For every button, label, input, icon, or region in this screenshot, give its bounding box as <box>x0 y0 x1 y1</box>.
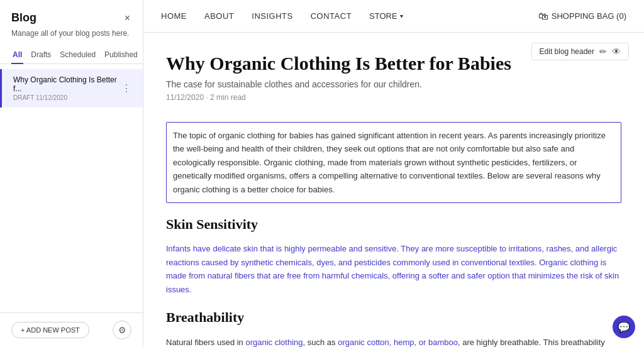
sidebar: Blog × Manage all of your blog posts her… <box>0 0 143 347</box>
sidebar-header: Blog × <box>0 0 143 29</box>
gear-icon: ⚙ <box>118 325 126 335</box>
settings-button[interactable]: ⚙ <box>113 321 131 339</box>
tab-published[interactable]: Published <box>103 47 139 64</box>
post-title: Why Organic Clothing Is Better f... <box>13 75 121 93</box>
nav-contact[interactable]: CONTACT <box>311 11 352 21</box>
chevron-down-icon: ▾ <box>400 13 403 19</box>
tab-scheduled[interactable]: Scheduled <box>58 47 97 64</box>
add-new-post-button[interactable]: + ADD NEW POST <box>11 322 89 338</box>
post-list: Why Organic Clothing Is Better f... DRAF… <box>0 64 143 312</box>
post-meta: DRAFT 11/12/2020 <box>13 94 121 101</box>
blog-body: The topic of organic clothing for babies… <box>166 122 621 347</box>
tab-all[interactable]: All <box>11 47 23 64</box>
post-menu-icon[interactable]: ⋮ <box>121 82 131 94</box>
edit-header-label: Edit blog header <box>540 47 594 56</box>
nav-store[interactable]: STORE ▾ <box>369 11 403 21</box>
breathability-paragraph: Natural fibers used in organic clothing,… <box>166 336 621 347</box>
sidebar-tabs: All Drafts Scheduled Published <box>0 47 143 64</box>
breathability-heading: Breathability <box>166 306 621 329</box>
nav-links: HOME ABOUT INSIGHTS CONTACT STORE ▾ <box>161 11 403 21</box>
skin-sensitivity-paragraph: Infants have delicate skin that is highl… <box>166 242 621 296</box>
main-content: HOME ABOUT INSIGHTS CONTACT STORE ▾ 🛍 SH… <box>143 0 644 347</box>
skin-sensitivity-heading: Skin Sensitivity <box>166 213 621 236</box>
chat-bubble-button[interactable]: 💬 <box>613 316 635 338</box>
intro-paragraph: The topic of organic clothing for babies… <box>166 122 621 203</box>
nav-right: 🛍 SHOPPING BAG (0) <box>538 11 626 22</box>
sidebar-title: Blog <box>11 11 36 25</box>
nav-home[interactable]: HOME <box>161 11 187 21</box>
breathability-text: Natural fibers used in organic clothing,… <box>166 336 621 347</box>
eye-icon[interactable]: 👁 <box>612 47 621 57</box>
intro-text: The topic of organic clothing for babies… <box>173 129 614 196</box>
cart-button[interactable]: 🛍 SHOPPING BAG (0) <box>538 11 626 22</box>
close-button[interactable]: × <box>123 11 131 25</box>
blog-subtitle: The case for sustainable clothes and acc… <box>166 79 621 89</box>
link-infants: Infants have delicate skin that is highl… <box>166 244 619 294</box>
sidebar-footer: + ADD NEW POST ⚙ <box>0 312 143 347</box>
edit-header-bar: Edit blog header ✏ 👁 <box>531 43 629 60</box>
chat-icon: 💬 <box>618 321 630 333</box>
blog-content: Edit blog header ✏ 👁 Why Organic Clothin… <box>143 33 644 347</box>
nav-insights[interactable]: INSIGHTS <box>252 11 292 21</box>
cart-label: SHOPPING BAG (0) <box>552 11 626 21</box>
list-item[interactable]: Why Organic Clothing Is Better f... DRAF… <box>0 69 143 107</box>
tab-drafts[interactable]: Drafts <box>30 47 52 64</box>
top-nav: HOME ABOUT INSIGHTS CONTACT STORE ▾ 🛍 SH… <box>143 0 644 33</box>
blog-meta: 11/12/2020 · 2 min read <box>166 93 621 102</box>
pencil-icon[interactable]: ✏ <box>599 47 607 57</box>
nav-about[interactable]: ABOUT <box>204 11 234 21</box>
sidebar-subtitle: Manage all of your blog posts here. <box>0 29 143 47</box>
cart-icon: 🛍 <box>538 11 548 22</box>
skin-sensitivity-text: Infants have delicate skin that is highl… <box>166 242 621 296</box>
